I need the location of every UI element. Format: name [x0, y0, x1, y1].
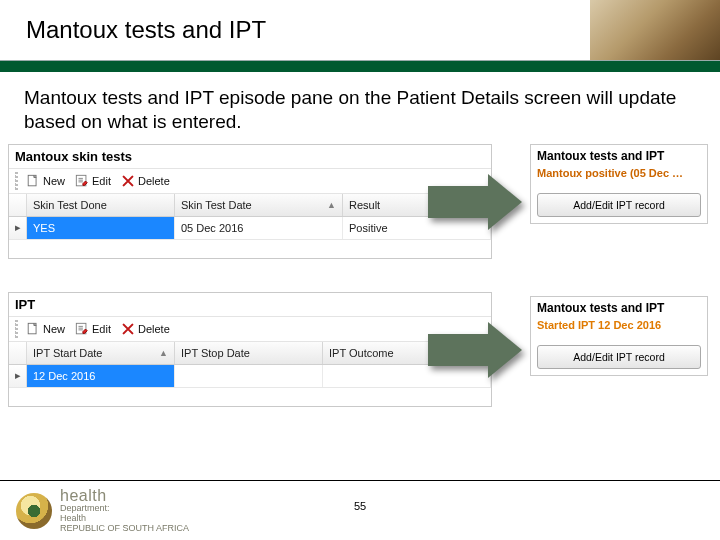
header-accent-bar [0, 60, 720, 72]
edit-button[interactable]: Edit [71, 320, 115, 338]
row-indicator-icon: ▸ [9, 365, 27, 387]
slide-header: Mantoux tests and IPT [0, 0, 720, 60]
toolbar-grip-icon [15, 172, 18, 190]
row-indicator-icon: ▸ [9, 217, 27, 239]
summary-top-status: Mantoux positive (05 Dec … [531, 167, 707, 187]
new-page-icon [26, 322, 40, 336]
mantoux-grid-row[interactable]: ▸ YES 05 Dec 2016 Positive [9, 217, 491, 240]
ipt-grid-row[interactable]: ▸ 12 Dec 2016 [9, 365, 491, 388]
delete-x-icon [121, 322, 135, 336]
cell-ipt-start[interactable]: 12 Dec 2016 [27, 365, 175, 387]
header-photo [590, 0, 720, 60]
grid-blank-row [9, 240, 491, 258]
slide-footer: health Department: Health REPUBLIC OF SO… [0, 480, 720, 540]
cell-skin-test-date[interactable]: 05 Dec 2016 [175, 217, 343, 239]
mantoux-window: Mantoux skin tests New Edit Delete Skin … [8, 144, 492, 259]
summary-panel-bottom: Mantoux tests and IPT Started IPT 12 Dec… [530, 296, 708, 376]
ipt-toolbar: New Edit Delete [9, 316, 491, 342]
footer-branding: health Department: Health REPUBLIC OF SO… [60, 487, 189, 534]
add-edit-ipt-button-top[interactable]: Add/Edit IPT record [537, 193, 701, 217]
page-number: 55 [354, 500, 366, 512]
summary-bottom-status: Started IPT 12 Dec 2016 [531, 319, 707, 339]
new-button[interactable]: New [22, 320, 69, 338]
mantoux-grid-header: Skin Test Done Skin Test Date▲ Result [9, 194, 491, 217]
ipt-grid-header: IPT Start Date▲ IPT Stop Date IPT Outcom… [9, 342, 491, 365]
ipt-window-title: IPT [9, 293, 491, 316]
edit-form-icon [75, 322, 89, 336]
new-page-icon [26, 174, 40, 188]
intro-text: Mantoux tests and IPT episode pane on th… [0, 72, 720, 144]
footer-brand: health [60, 487, 189, 505]
row-selector-header [9, 194, 27, 216]
footer-line3: REPUBLIC OF SOUTH AFRICA [60, 524, 189, 534]
new-button[interactable]: New [22, 172, 69, 190]
sort-asc-icon: ▲ [327, 200, 336, 210]
slide-title: Mantoux tests and IPT [0, 16, 266, 44]
cell-result[interactable]: Positive [343, 217, 491, 239]
new-label: New [43, 323, 65, 335]
row-selector-header [9, 342, 27, 364]
col-ipt-start[interactable]: IPT Start Date▲ [27, 342, 175, 364]
new-label: New [43, 175, 65, 187]
mantoux-window-title: Mantoux skin tests [9, 145, 491, 168]
coat-of-arms-icon [16, 493, 52, 529]
col-skin-test-date[interactable]: Skin Test Date▲ [175, 194, 343, 216]
add-edit-ipt-button-bottom[interactable]: Add/Edit IPT record [537, 345, 701, 369]
edit-button[interactable]: Edit [71, 172, 115, 190]
cell-ipt-stop[interactable] [175, 365, 323, 387]
col-skin-test-done[interactable]: Skin Test Done [27, 194, 175, 216]
delete-label: Delete [138, 323, 170, 335]
delete-button[interactable]: Delete [117, 172, 174, 190]
delete-label: Delete [138, 175, 170, 187]
edit-form-icon [75, 174, 89, 188]
col-ipt-start-label: IPT Start Date [33, 347, 103, 359]
edit-label: Edit [92, 175, 111, 187]
toolbar-grip-icon [15, 320, 18, 338]
summary-top-title: Mantoux tests and IPT [531, 145, 707, 167]
sort-asc-icon: ▲ [159, 348, 168, 358]
cell-skin-test-done[interactable]: YES [27, 217, 175, 239]
ipt-window: IPT New Edit Delete IPT Start Date▲ IPT … [8, 292, 492, 407]
edit-label: Edit [92, 323, 111, 335]
col-ipt-stop[interactable]: IPT Stop Date [175, 342, 323, 364]
summary-bottom-title: Mantoux tests and IPT [531, 297, 707, 319]
grid-blank-row [9, 388, 491, 406]
summary-panel-top: Mantoux tests and IPT Mantoux positive (… [530, 144, 708, 224]
col-skin-test-date-label: Skin Test Date [181, 199, 252, 211]
delete-x-icon [121, 174, 135, 188]
delete-button[interactable]: Delete [117, 320, 174, 338]
mantoux-toolbar: New Edit Delete [9, 168, 491, 194]
cell-ipt-outcome[interactable] [323, 365, 491, 387]
